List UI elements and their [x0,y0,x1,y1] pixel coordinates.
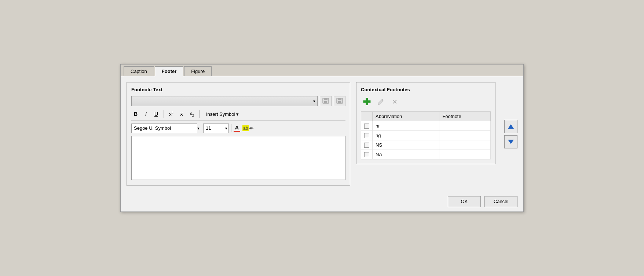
row1-checkbox-cell [361,121,373,131]
format-toolbar: B I U x2 x x2 Insert Symbol ▾ [131,110,345,121]
font-size-wrapper: 11 [203,124,229,133]
footnote-select-wrapper: ▾ [131,96,318,106]
toolbar-separator-2 [199,110,200,118]
move-up-button[interactable] [504,120,517,133]
row4-checkbox-cell [361,150,373,159]
font-color-bar [234,131,240,132]
svg-rect-2 [324,101,327,103]
font-select-wrapper: Segoe UI Symbol [131,124,201,133]
row3-checkbox[interactable] [364,143,369,148]
footnote-dropdown-row: ▾ + [131,96,345,106]
font-select[interactable]: Segoe UI Symbol [131,124,197,133]
row3-abbreviation: NS [373,140,439,150]
row1-footnote [439,121,491,131]
row1-checkbox[interactable] [364,124,369,129]
row3-footnote [439,140,491,150]
highlight-button[interactable]: ab ✏ [242,125,254,131]
row4-footnote [439,150,491,159]
strikethrough-button[interactable]: x [177,110,186,118]
svg-rect-1 [324,98,328,100]
footnote-text-panel: Footnote Text ▾ [127,82,350,186]
dialog: Caption Footer Figure Footnote Text ▾ [120,64,524,212]
row4-checkbox[interactable] [364,152,369,157]
arrow-up-icon [508,124,514,129]
row1-abbreviation: hr [373,121,439,131]
bottom-bar: OK Cancel [121,192,523,211]
footnote-select[interactable] [131,96,318,106]
delete-footnote-button[interactable]: ✕ [389,96,400,108]
contextual-footnotes-panel: Contextual Footnotes ✚ ✕ [356,82,495,164]
row2-checkbox[interactable] [364,133,369,138]
cancel-button[interactable]: Cancel [484,196,517,207]
tab-footer[interactable]: Footer [155,66,183,76]
tab-bar: Caption Footer Figure [121,65,523,76]
right-section: Contextual Footnotes ✚ ✕ [356,82,495,186]
footnote-text-title: Footnote Text [131,87,345,92]
font-color-icon: A [235,124,239,130]
row2-checkbox-cell [361,131,373,140]
insert-symbol-arrow-icon: ▾ [236,111,239,117]
insert-symbol-button[interactable]: Insert Symbol ▾ [202,111,242,118]
side-arrows [501,82,517,186]
contextual-toolbar: ✚ ✕ [361,96,491,108]
font-color-button[interactable]: A [234,124,240,132]
font-size-select[interactable]: 11 [203,124,229,133]
table-row: hr [361,121,491,131]
subscript-button[interactable]: x2 [187,110,196,118]
row2-footnote [439,131,491,140]
edit-footnote-button[interactable] [375,96,387,108]
italic-button[interactable]: I [142,110,150,118]
toolbar-separator-1 [164,110,164,118]
tab-caption[interactable]: Caption [124,66,154,76]
font-row: Segoe UI Symbol 11 A ab ✏ [131,124,345,133]
svg-text:+: + [340,101,342,104]
col-header-footnote: Footnote [439,112,491,121]
row2-abbreviation: ng [373,131,439,140]
save-as-icon-btn[interactable]: + [334,96,345,106]
highlight-icon: ab [242,125,249,131]
insert-symbol-label: Insert Symbol [206,111,235,117]
underline-button[interactable]: U [152,110,161,118]
save-icon-btn[interactable] [320,96,332,106]
move-down-button[interactable] [504,135,517,148]
table-row: NA [361,150,491,159]
contextual-footnotes-title: Contextual Footnotes [361,87,491,92]
bold-button[interactable]: B [131,110,140,118]
row4-abbreviation: NA [373,150,439,159]
col-header-abbreviation: Abbreviation [373,112,439,121]
add-footnote-button[interactable]: ✚ [361,96,373,108]
table-row: NS [361,140,491,150]
row3-checkbox-cell [361,140,373,150]
footnotes-table: Abbreviation Footnote hr ng [361,111,491,159]
tab-figure[interactable]: Figure [184,66,212,76]
table-row: ng [361,131,491,140]
col-header-checkbox [361,112,373,121]
content-area: Footnote Text ▾ [121,76,523,192]
toolbar-separator-3 [231,124,231,132]
svg-rect-4 [338,98,341,100]
footnote-textarea[interactable] [131,136,345,180]
superscript-button[interactable]: x2 [167,110,176,118]
ok-button[interactable]: OK [448,196,481,207]
arrow-down-icon [508,140,514,144]
pencil-icon: ✏ [249,125,254,131]
color-controls: A ab ✏ [231,124,254,132]
